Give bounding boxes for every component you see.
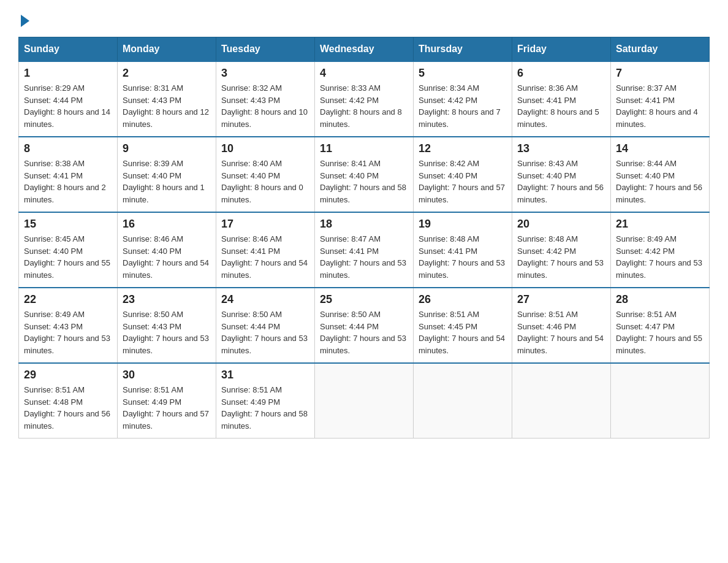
day-info: Sunrise: 8:43 AMSunset: 4:40 PMDaylight:… xyxy=(517,159,604,204)
day-number: 23 xyxy=(123,293,211,306)
day-info: Sunrise: 8:51 AMSunset: 4:46 PMDaylight:… xyxy=(517,310,604,355)
day-number: 16 xyxy=(123,218,211,231)
day-info: Sunrise: 8:50 AMSunset: 4:44 PMDaylight:… xyxy=(320,310,406,355)
calendar-cell: 2 Sunrise: 8:31 AMSunset: 4:43 PMDayligh… xyxy=(118,61,216,137)
calendar-cell: 4 Sunrise: 8:33 AMSunset: 4:42 PMDayligh… xyxy=(315,61,414,137)
day-number: 19 xyxy=(419,218,507,231)
calendar-cell xyxy=(315,363,414,439)
calendar-cell: 3 Sunrise: 8:32 AMSunset: 4:43 PMDayligh… xyxy=(216,61,315,137)
page-header xyxy=(18,12,710,25)
calendar-cell: 9 Sunrise: 8:39 AMSunset: 4:40 PMDayligh… xyxy=(118,137,216,212)
day-info: Sunrise: 8:40 AMSunset: 4:40 PMDaylight:… xyxy=(221,159,303,204)
day-info: Sunrise: 8:37 AMSunset: 4:41 PMDaylight:… xyxy=(616,83,698,129)
day-number: 27 xyxy=(517,293,605,306)
calendar-week-row: 8 Sunrise: 8:38 AMSunset: 4:41 PMDayligh… xyxy=(19,137,710,212)
day-info: Sunrise: 8:46 AMSunset: 4:41 PMDaylight:… xyxy=(221,234,308,280)
calendar-cell: 31 Sunrise: 8:51 AMSunset: 4:49 PMDaylig… xyxy=(216,363,315,439)
column-header-wednesday: Wednesday xyxy=(315,37,414,62)
calendar-table: SundayMondayTuesdayWednesdayThursdayFrid… xyxy=(18,37,710,439)
day-info: Sunrise: 8:42 AMSunset: 4:40 PMDaylight:… xyxy=(419,159,505,204)
day-number: 4 xyxy=(320,67,408,80)
day-number: 6 xyxy=(517,67,605,80)
calendar-cell: 20 Sunrise: 8:48 AMSunset: 4:42 PMDaylig… xyxy=(512,212,611,288)
day-number: 12 xyxy=(419,142,507,155)
day-number: 22 xyxy=(24,293,112,306)
calendar-cell: 18 Sunrise: 8:47 AMSunset: 4:41 PMDaylig… xyxy=(315,212,414,288)
day-info: Sunrise: 8:49 AMSunset: 4:42 PMDaylight:… xyxy=(616,234,702,280)
day-info: Sunrise: 8:48 AMSunset: 4:41 PMDaylight:… xyxy=(419,234,505,280)
calendar-cell: 7 Sunrise: 8:37 AMSunset: 4:41 PMDayligh… xyxy=(611,61,710,137)
calendar-cell: 22 Sunrise: 8:49 AMSunset: 4:43 PMDaylig… xyxy=(19,288,118,363)
calendar-cell xyxy=(512,363,611,439)
calendar-cell: 23 Sunrise: 8:50 AMSunset: 4:43 PMDaylig… xyxy=(118,288,216,363)
logo xyxy=(18,12,29,25)
calendar-cell: 29 Sunrise: 8:51 AMSunset: 4:48 PMDaylig… xyxy=(19,363,118,439)
day-info: Sunrise: 8:34 AMSunset: 4:42 PMDaylight:… xyxy=(419,83,501,129)
day-info: Sunrise: 8:46 AMSunset: 4:40 PMDaylight:… xyxy=(123,234,209,280)
day-number: 21 xyxy=(616,218,704,231)
calendar-cell: 8 Sunrise: 8:38 AMSunset: 4:41 PMDayligh… xyxy=(19,137,118,212)
day-number: 31 xyxy=(221,369,309,381)
day-info: Sunrise: 8:51 AMSunset: 4:45 PMDaylight:… xyxy=(419,310,505,355)
calendar-cell: 30 Sunrise: 8:51 AMSunset: 4:49 PMDaylig… xyxy=(118,363,216,439)
day-info: Sunrise: 8:33 AMSunset: 4:42 PMDaylight:… xyxy=(320,83,402,129)
calendar-cell xyxy=(414,363,512,439)
day-number: 10 xyxy=(221,142,309,155)
calendar-cell: 27 Sunrise: 8:51 AMSunset: 4:46 PMDaylig… xyxy=(512,288,611,363)
day-info: Sunrise: 8:51 AMSunset: 4:49 PMDaylight:… xyxy=(123,385,209,431)
calendar-week-row: 29 Sunrise: 8:51 AMSunset: 4:48 PMDaylig… xyxy=(19,363,710,439)
calendar-cell: 15 Sunrise: 8:45 AMSunset: 4:40 PMDaylig… xyxy=(19,212,118,288)
day-number: 7 xyxy=(616,67,704,80)
day-info: Sunrise: 8:51 AMSunset: 4:48 PMDaylight:… xyxy=(24,385,110,431)
calendar-cell: 26 Sunrise: 8:51 AMSunset: 4:45 PMDaylig… xyxy=(414,288,512,363)
logo-arrow-icon xyxy=(21,15,29,27)
column-header-sunday: Sunday xyxy=(19,37,118,62)
day-info: Sunrise: 8:39 AMSunset: 4:40 PMDaylight:… xyxy=(123,159,205,204)
calendar-week-row: 1 Sunrise: 8:29 AMSunset: 4:44 PMDayligh… xyxy=(19,61,710,137)
day-number: 18 xyxy=(320,218,408,231)
day-info: Sunrise: 8:47 AMSunset: 4:41 PMDaylight:… xyxy=(320,234,406,280)
calendar-cell: 17 Sunrise: 8:46 AMSunset: 4:41 PMDaylig… xyxy=(216,212,315,288)
day-number: 2 xyxy=(123,67,211,80)
day-info: Sunrise: 8:51 AMSunset: 4:47 PMDaylight:… xyxy=(616,310,702,355)
day-number: 14 xyxy=(616,142,704,155)
day-number: 26 xyxy=(419,293,507,306)
column-header-saturday: Saturday xyxy=(611,37,710,62)
day-info: Sunrise: 8:38 AMSunset: 4:41 PMDaylight:… xyxy=(24,159,106,204)
day-info: Sunrise: 8:50 AMSunset: 4:44 PMDaylight:… xyxy=(221,310,308,355)
day-info: Sunrise: 8:50 AMSunset: 4:43 PMDaylight:… xyxy=(123,310,209,355)
day-number: 20 xyxy=(517,218,605,231)
calendar-cell: 19 Sunrise: 8:48 AMSunset: 4:41 PMDaylig… xyxy=(414,212,512,288)
calendar-week-row: 22 Sunrise: 8:49 AMSunset: 4:43 PMDaylig… xyxy=(19,288,710,363)
day-number: 9 xyxy=(123,142,211,155)
day-number: 17 xyxy=(221,218,309,231)
calendar-week-row: 15 Sunrise: 8:45 AMSunset: 4:40 PMDaylig… xyxy=(19,212,710,288)
day-info: Sunrise: 8:45 AMSunset: 4:40 PMDaylight:… xyxy=(24,234,110,280)
calendar-cell xyxy=(611,363,710,439)
day-number: 15 xyxy=(24,218,112,231)
day-number: 24 xyxy=(221,293,309,306)
day-info: Sunrise: 8:29 AMSunset: 4:44 PMDaylight:… xyxy=(24,83,110,129)
calendar-cell: 14 Sunrise: 8:44 AMSunset: 4:40 PMDaylig… xyxy=(611,137,710,212)
day-info: Sunrise: 8:31 AMSunset: 4:43 PMDaylight:… xyxy=(123,83,209,129)
day-number: 25 xyxy=(320,293,408,306)
calendar-cell: 6 Sunrise: 8:36 AMSunset: 4:41 PMDayligh… xyxy=(512,61,611,137)
day-number: 3 xyxy=(221,67,309,80)
day-info: Sunrise: 8:51 AMSunset: 4:49 PMDaylight:… xyxy=(221,385,308,431)
calendar-cell: 24 Sunrise: 8:50 AMSunset: 4:44 PMDaylig… xyxy=(216,288,315,363)
calendar-cell: 12 Sunrise: 8:42 AMSunset: 4:40 PMDaylig… xyxy=(414,137,512,212)
day-info: Sunrise: 8:44 AMSunset: 4:40 PMDaylight:… xyxy=(616,159,702,204)
calendar-cell: 21 Sunrise: 8:49 AMSunset: 4:42 PMDaylig… xyxy=(611,212,710,288)
calendar-cell: 16 Sunrise: 8:46 AMSunset: 4:40 PMDaylig… xyxy=(118,212,216,288)
day-info: Sunrise: 8:36 AMSunset: 4:41 PMDaylight:… xyxy=(517,83,599,129)
day-number: 1 xyxy=(24,67,112,80)
day-number: 5 xyxy=(419,67,507,80)
calendar-cell: 28 Sunrise: 8:51 AMSunset: 4:47 PMDaylig… xyxy=(611,288,710,363)
calendar-cell: 11 Sunrise: 8:41 AMSunset: 4:40 PMDaylig… xyxy=(315,137,414,212)
column-header-tuesday: Tuesday xyxy=(216,37,315,62)
day-info: Sunrise: 8:41 AMSunset: 4:40 PMDaylight:… xyxy=(320,159,406,204)
calendar-cell: 13 Sunrise: 8:43 AMSunset: 4:40 PMDaylig… xyxy=(512,137,611,212)
day-info: Sunrise: 8:49 AMSunset: 4:43 PMDaylight:… xyxy=(24,310,110,355)
day-number: 28 xyxy=(616,293,704,306)
calendar-cell: 10 Sunrise: 8:40 AMSunset: 4:40 PMDaylig… xyxy=(216,137,315,212)
